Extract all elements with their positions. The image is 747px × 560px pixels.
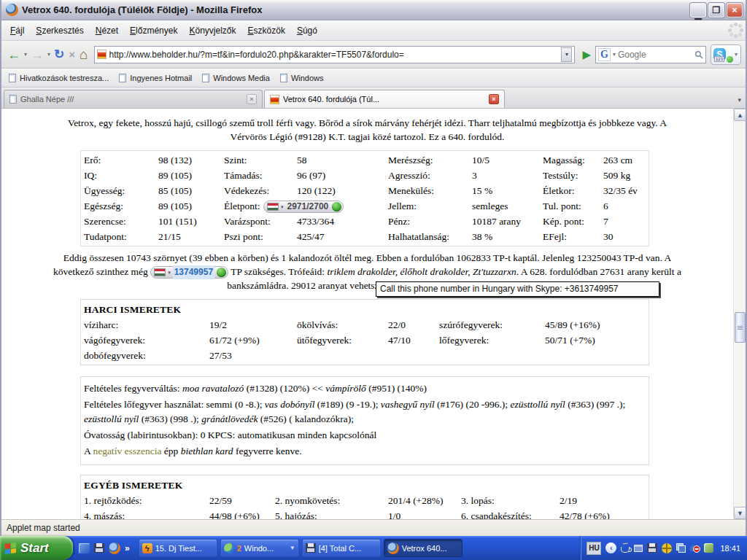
messenger-icon: [224, 543, 234, 553]
show-desktop-icon[interactable]: [79, 543, 90, 553]
bookmarks-toolbar: Hivatkozások testresza... Ingyenes Hotma…: [1, 69, 746, 88]
scroll-up-arrow[interactable]: ▲: [734, 109, 746, 121]
activity-throbber-icon: [733, 28, 738, 33]
menu-item-fajl[interactable]: Fájl: [4, 23, 30, 39]
skill-value: 45/89 (+16%): [542, 317, 649, 332]
skype-caret[interactable]: ▾: [734, 51, 738, 58]
skype-hp-widget[interactable]: ▾ 2971/2700: [263, 201, 344, 213]
bookmark-label: Windows Media: [213, 74, 270, 82]
weapon-name: vas dobónyíl: [265, 399, 315, 410]
taskbar-button-messenger[interactable]: 2 Windo... ▼: [220, 539, 299, 557]
skill-label: szúrófegyverek:: [436, 317, 542, 332]
window-title: Vetrox 640. fordulója (Túlélők Földje) -…: [22, 4, 262, 15]
stat-value: 30: [600, 229, 649, 244]
offline-user-tray-icon[interactable]: [690, 543, 700, 553]
bookmark-page-icon: [280, 74, 287, 82]
stat-value: 21/15: [155, 229, 221, 244]
forward-button[interactable]: →: [29, 47, 45, 63]
taskbar-button-winamp[interactable]: ϟ 15. Dj Tiest...: [139, 539, 217, 557]
reload-button[interactable]: ↻: [53, 47, 66, 62]
firefox-icon: [6, 4, 18, 16]
start-label: Start: [20, 541, 49, 556]
tab-close-icon[interactable]: ×: [247, 94, 257, 104]
java-tray-icon[interactable]: [621, 547, 630, 553]
skill-value: 22/59: [206, 493, 272, 508]
total-commander-icon[interactable]: [94, 543, 104, 553]
task-label: Vetrox 640...: [402, 544, 447, 553]
tab-list-caret[interactable]: ▾: [738, 96, 741, 104]
tab-label: Vetrox 640. fordulója (Túl...: [283, 95, 485, 104]
stat-label: Varázspont:: [221, 214, 294, 229]
skill-label: lőfegyverek:: [436, 332, 542, 348]
skill-label: 6. csapdakészítés:: [458, 508, 557, 519]
quicklaunch-overflow-chevron[interactable]: »: [125, 543, 130, 553]
search-magnifier-icon[interactable]: [694, 50, 703, 59]
app-window-tray-icon[interactable]: [634, 545, 643, 552]
bookmark-item[interactable]: Windows: [277, 72, 330, 84]
skill-label: 4. mászás:: [81, 508, 206, 519]
stat-label: Életkor:: [540, 183, 600, 198]
floppy-tray-icon[interactable]: [647, 543, 657, 553]
address-bar[interactable]: ▾: [94, 46, 576, 63]
skype-call-icon[interactable]: [217, 268, 226, 277]
url-input[interactable]: [107, 50, 562, 60]
scroll-down-arrow[interactable]: ▼: [734, 507, 746, 519]
skype-call-icon[interactable]: [332, 202, 341, 211]
stat-label: Magasság:: [540, 152, 600, 168]
bookmark-item[interactable]: Ingyenes Hotmail: [116, 72, 198, 84]
forward-history-caret[interactable]: ▾: [47, 51, 51, 58]
taskbar-button-firefox-active[interactable]: Vetrox 640...: [384, 539, 462, 557]
restore-button[interactable]: ❐: [708, 3, 724, 18]
tab-ghalla-nepe[interactable]: Ghalla Népe /// ×: [4, 90, 263, 108]
other-skills-table: EGYÉB ISMERETEK 1. rejtőzködés: 22/59 2.…: [80, 475, 649, 519]
network-tray-icon[interactable]: [704, 543, 713, 553]
skype-toolbar-button[interactable]: S 123 ▾: [711, 44, 741, 65]
firefox-quicklaunch-icon[interactable]: [109, 542, 120, 554]
globe-tray-icon[interactable]: [662, 543, 672, 553]
go-button[interactable]: ▶: [579, 48, 594, 61]
tray-collapse-chevron[interactable]: ‹: [605, 542, 616, 553]
menu-item-elozmenyek[interactable]: Előzmények: [124, 23, 183, 39]
negative-essence-link[interactable]: negatív esszencia: [93, 446, 161, 456]
skill-value: 42/78 (+6%): [557, 508, 649, 519]
scrollbar-thumb[interactable]: [735, 312, 746, 343]
vertical-scrollbar[interactable]: ▲ ▼: [733, 109, 746, 519]
menu-item-szerkesztes[interactable]: Szerkesztés: [30, 23, 89, 39]
start-button[interactable]: Start: [0, 536, 73, 560]
menu-item-konyvjelzok[interactable]: Könyvjelzők: [183, 23, 241, 39]
messenger-tray-icon[interactable]: [676, 543, 686, 553]
stat-label: IQ:: [81, 168, 155, 183]
browser-window: Vetrox 640. fordulója (Túlélők Földje) -…: [0, 0, 747, 536]
stat-value: 58: [294, 152, 385, 168]
tab-close-icon[interactable]: ×: [489, 94, 499, 104]
url-dropdown-button[interactable]: ▾: [561, 47, 572, 62]
back-history-caret[interactable]: ▾: [23, 51, 28, 58]
flag-caret-icon: ▾: [281, 199, 284, 214]
close-button[interactable]: ×: [727, 3, 743, 18]
caution-line: Óvatosság (labirintusokban): 0 KPCS: aut…: [84, 428, 646, 443]
taskbar-button-totalcmd[interactable]: [4] Total C...: [302, 539, 381, 557]
stop-button[interactable]: ×: [67, 47, 77, 61]
menu-item-sugo[interactable]: Súgó: [291, 23, 323, 39]
skype-tp-widget[interactable]: ▾13749957: [150, 266, 228, 279]
stat-value: 6: [600, 198, 649, 214]
tab-vetrox-active[interactable]: Vetrox 640. fordulója (Túl... ×: [264, 90, 505, 108]
tp-needed-value: 13749957: [173, 265, 214, 279]
search-box[interactable]: G ▾: [595, 46, 706, 63]
search-engine-caret[interactable]: ▾: [612, 51, 616, 58]
stat-label: Testsúly:: [540, 168, 600, 183]
menu-item-eszkozok[interactable]: Eszközök: [242, 23, 291, 39]
search-input[interactable]: [618, 50, 693, 60]
minimize-button[interactable]: ▁: [690, 3, 706, 18]
home-button[interactable]: ⌂: [78, 46, 89, 63]
bookmark-item[interactable]: Windows Media: [199, 72, 276, 84]
google-logo-icon[interactable]: G: [598, 48, 611, 61]
menu-item-nezet[interactable]: Nézet: [90, 23, 124, 39]
skill-label: ütőfegyverek:: [294, 332, 385, 348]
system-tray: HU ‹ 18:41: [581, 536, 747, 560]
status-text: Applet map started: [7, 523, 80, 533]
language-indicator[interactable]: HU: [587, 542, 601, 555]
bookmark-item[interactable]: Hivatkozások testresza...: [6, 72, 115, 84]
back-button[interactable]: ←: [6, 47, 22, 63]
task-group-caret[interactable]: ▼: [290, 545, 295, 551]
